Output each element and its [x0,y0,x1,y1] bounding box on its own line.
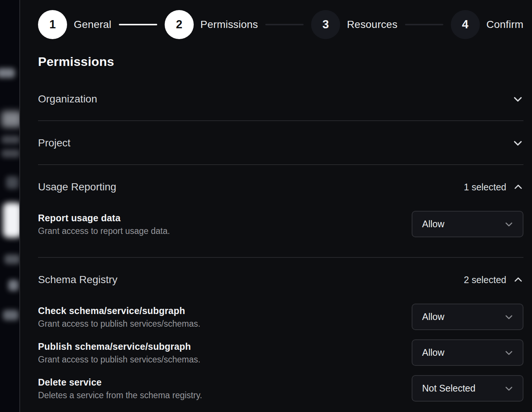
step-number-circle: 4 [451,10,480,39]
wizard-panel: 1 General 2 Permissions 3 Resources 4 Co… [21,0,532,412]
select-value: Allow [422,219,444,229]
permission-row-report-usage-data: Report usage data Grant access to report… [38,211,523,237]
sidebar-blurred-active-item [3,203,20,238]
section-usage-reporting: Usage Reporting 1 selected Report usage … [38,165,523,258]
chevron-down-icon [504,348,514,358]
sidebar-blurred-text-line [1,136,20,144]
step-number-circle: 1 [38,10,67,39]
permission-row-publish-schema: Publish schema/service/subgraph Grant ac… [38,339,523,366]
section-schema-registry: Schema Registry 2 selected Check schema/… [38,258,523,412]
section-organization-header[interactable]: Organization [38,77,523,120]
sidebar-blurred-heading [1,111,20,127]
step-connector [405,24,443,25]
step-confirm[interactable]: 4 Confirm [451,10,523,39]
chevron-down-icon [512,94,523,105]
permission-row-check-schema: Check schema/service/subgraph Grant acce… [38,304,523,330]
step-general[interactable]: 1 General [38,10,111,39]
select-value: Allow [422,347,444,358]
sidebar-blurred [0,0,20,412]
section-title: Project [38,137,70,149]
permission-text: Report usage data Grant access to report… [38,212,170,236]
step-number-circle: 3 [311,10,340,39]
permission-description: Grant access to publish services/schemas… [38,354,200,365]
permission-select[interactable]: Allow [412,211,523,237]
step-resources[interactable]: 3 Resources [311,10,398,39]
section-usage-reporting-header[interactable]: Usage Reporting 1 selected [38,165,523,193]
chevron-down-icon [504,384,514,393]
section-body: Check schema/service/subgraph Grant acce… [38,304,523,412]
permission-select[interactable]: Allow [412,304,523,330]
step-label: General [74,19,111,31]
sidebar-blurred-item [8,280,19,291]
section-title: Schema Registry [38,273,117,286]
sidebar-blurred-logo [0,68,15,78]
permission-description: Grant access to publish services/schemas… [38,318,200,329]
permission-select[interactable]: Allow [412,339,523,366]
section-body: Report usage data Grant access to report… [38,211,523,257]
chevron-up-icon [513,182,523,192]
permission-title: Publish schema/service/subgraph [38,341,200,352]
section-schema-registry-header[interactable]: Schema Registry 2 selected [38,258,523,286]
permission-description: Grant access to report usage data. [38,226,170,236]
section-organization: Organization [38,77,523,121]
permission-description: Deletes a service from the schema regist… [38,390,202,400]
chevron-down-icon [512,137,523,149]
select-value: Allow [422,311,444,322]
section-project: Project [38,121,523,165]
permission-title: Delete service [38,377,202,388]
permission-row-delete-service: Delete service Deletes a service from th… [38,375,523,402]
permission-select[interactable]: Not Selected [412,375,523,402]
section-title: Organization [38,93,97,105]
permission-text: Check schema/service/subgraph Grant acce… [38,305,200,329]
permission-text: Delete service Deletes a service from th… [38,377,202,400]
selected-count-badge: 1 selected [464,182,506,193]
selected-count-badge: 2 selected [464,275,506,285]
chevron-down-icon [504,312,514,322]
section-meta: 1 selected [464,182,523,193]
permission-text: Publish schema/service/subgraph Grant ac… [38,341,200,365]
sidebar-blurred-icon [6,176,19,189]
sidebar-blurred-text-line [1,149,20,158]
step-connector [119,24,157,25]
permission-title: Check schema/service/subgraph [38,305,200,316]
step-permissions[interactable]: 2 Permissions [165,10,258,39]
step-label: Resources [347,19,398,31]
step-connector [265,24,304,25]
section-meta: 2 selected [464,275,523,285]
wizard-stepper: 1 General 2 Permissions 3 Resources 4 Co… [38,10,523,39]
section-project-header[interactable]: Project [38,121,523,164]
chevron-up-icon [513,275,523,285]
select-value: Not Selected [422,383,475,394]
page-title: Permissions [38,54,523,69]
chevron-down-icon [504,219,514,229]
sidebar-blurred-item [3,310,19,320]
permission-title: Report usage data [38,212,170,224]
step-label: Confirm [487,19,523,31]
sidebar-blurred-item [4,254,20,264]
step-number-circle: 2 [165,10,194,39]
step-label: Permissions [200,19,258,31]
section-title: Usage Reporting [38,181,116,193]
